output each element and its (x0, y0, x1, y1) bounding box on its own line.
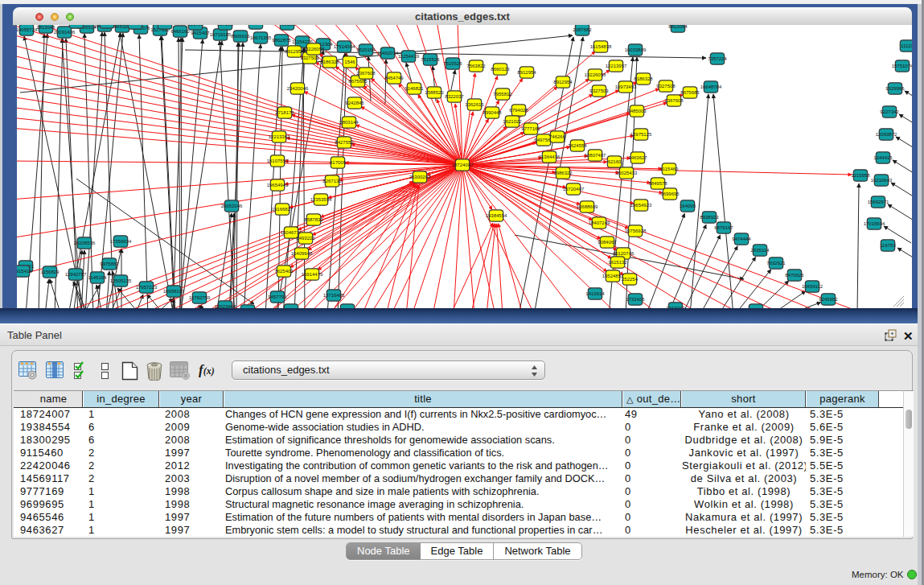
svg-text:9242845: 9242845 (345, 101, 364, 105)
svg-text:9329966: 9329966 (885, 86, 905, 91)
svg-text:2935114: 2935114 (751, 248, 770, 253)
svg-text:101791: 101791 (187, 25, 204, 27)
svg-text:16648784: 16648784 (700, 84, 722, 89)
svg-text:164095: 164095 (680, 204, 696, 208)
svg-text:10958107: 10958107 (163, 289, 185, 294)
svg-text:8990448: 8990448 (483, 110, 502, 115)
svg-text:7625402: 7625402 (274, 269, 294, 274)
svg-text:9777169: 9777169 (521, 126, 540, 131)
svg-text:9975867: 9975867 (100, 262, 119, 266)
svg-text:9474444: 9474444 (732, 237, 751, 241)
svg-text:2367608: 2367608 (356, 71, 376, 76)
svg-text:5493222: 5493222 (296, 236, 315, 241)
svg-text:17359934: 17359934 (110, 239, 132, 244)
svg-text:417006: 417006 (330, 160, 347, 165)
svg-text:9227342: 9227342 (880, 109, 899, 114)
svg-text:7955812: 7955812 (493, 92, 512, 97)
svg-text:10756928: 10756928 (625, 229, 647, 233)
svg-text:18407249: 18407249 (589, 220, 610, 225)
svg-text:9084067: 9084067 (598, 240, 617, 245)
svg-text:11123: 11123 (901, 43, 912, 48)
svg-text:3915414: 3915414 (17, 269, 32, 274)
svg-text:10025433: 10025433 (616, 171, 638, 175)
svg-text:12975125: 12975125 (630, 132, 652, 137)
svg-text:62160: 62160 (608, 159, 622, 164)
svg-text:9115460: 9115460 (660, 167, 680, 171)
svg-text:9463627: 9463627 (628, 155, 647, 160)
svg-text:21364436: 21364436 (539, 154, 561, 159)
svg-text:152760: 152760 (127, 25, 144, 26)
svg-text:19166827: 19166827 (272, 207, 294, 212)
svg-text:7515526: 7515526 (443, 61, 462, 66)
svg-text:19524851: 19524851 (602, 274, 624, 278)
svg-text:1546: 1546 (344, 60, 355, 64)
svg-text:25300203: 25300203 (409, 175, 431, 179)
svg-text:3624554: 3624554 (568, 143, 587, 148)
svg-text:20091406: 20091406 (54, 30, 76, 35)
svg-text:16409948: 16409948 (291, 251, 313, 256)
svg-text:8912954: 8912954 (553, 80, 573, 84)
svg-text:15751074: 15751074 (892, 64, 912, 68)
svg-text:19654923: 19654923 (630, 203, 652, 208)
svg-text:1621022: 1621022 (503, 119, 522, 124)
svg-text:9327503: 9327503 (300, 56, 319, 60)
svg-text:16210643: 16210643 (871, 178, 893, 183)
svg-text:10654112: 10654112 (802, 284, 823, 289)
svg-text:10973493: 10973493 (615, 84, 637, 89)
svg-text:7563822: 7563822 (466, 64, 486, 68)
svg-text:2803144: 2803144 (339, 120, 359, 125)
svg-text:11254419: 11254419 (398, 54, 420, 59)
svg-text:18724007: 18724007 (452, 163, 474, 167)
svg-text:1244415: 1244415 (873, 155, 893, 160)
svg-text:0699695: 0699695 (660, 192, 680, 196)
svg-text:8186328: 8186328 (320, 60, 339, 64)
svg-text:17957223: 17957223 (136, 285, 158, 290)
svg-text:8470626: 8470626 (785, 273, 804, 278)
svg-text:10719185: 10719185 (210, 32, 232, 37)
svg-text:9146821: 9146821 (405, 86, 424, 91)
svg-text:8322037: 8322037 (445, 94, 464, 99)
svg-text:23420046: 23420046 (287, 86, 309, 91)
svg-text:756382: 756382 (279, 25, 296, 27)
svg-text:7515526: 7515526 (421, 57, 440, 62)
svg-text:1615132: 1615132 (608, 260, 627, 265)
svg-text:16154838: 16154838 (590, 44, 612, 49)
svg-text:8267130: 8267130 (322, 179, 342, 183)
svg-text:1733426: 1733426 (626, 297, 645, 302)
svg-text:8660123: 8660123 (491, 67, 510, 72)
svg-text:10688609: 10688609 (577, 204, 598, 209)
svg-text:12213957: 12213957 (606, 64, 627, 68)
svg-text:7357224: 7357224 (708, 56, 727, 61)
svg-text:746266: 746266 (549, 134, 566, 139)
svg-text:6879197: 6879197 (714, 225, 733, 230)
svg-text:19654943: 19654943 (267, 183, 289, 187)
svg-text:8454749: 8454749 (384, 76, 404, 80)
svg-text:16914479: 16914479 (302, 272, 323, 277)
svg-text:13226058: 13226058 (303, 47, 325, 51)
svg-text:12353594: 12353594 (310, 197, 332, 202)
svg-text:12213363: 12213363 (269, 134, 290, 139)
svg-text:2367608: 2367608 (664, 98, 684, 103)
svg-text:9849578: 9849578 (648, 181, 667, 186)
svg-text:867135: 867135 (217, 25, 234, 27)
svg-text:1145194: 1145194 (88, 275, 108, 280)
svg-text:16107553: 16107553 (267, 159, 289, 163)
svg-text:17514004: 17514004 (334, 44, 355, 49)
svg-text:2087682: 2087682 (573, 27, 592, 32)
svg-text:8912954: 8912954 (285, 49, 304, 54)
svg-text:751552: 751552 (248, 25, 265, 26)
svg-text:6466160: 6466160 (170, 29, 190, 34)
svg-text:8813054: 8813054 (668, 25, 688, 29)
svg-text:9415407: 9415407 (191, 31, 210, 35)
svg-text:9327508: 9327508 (656, 84, 676, 89)
svg-text:8675685: 8675685 (680, 90, 700, 95)
svg-text:14055724: 14055724 (17, 27, 38, 32)
svg-text:17016504: 17016504 (864, 221, 885, 226)
svg-text:15720407: 15720407 (563, 187, 585, 192)
svg-text:8186328: 8186328 (634, 76, 653, 81)
svg-text:9862875: 9862875 (272, 38, 291, 43)
svg-text:8587832: 8587832 (304, 217, 323, 222)
svg-text:20053346: 20053346 (221, 204, 243, 208)
svg-text:1588520: 1588520 (425, 90, 444, 95)
svg-text:16782759: 16782759 (189, 295, 211, 300)
